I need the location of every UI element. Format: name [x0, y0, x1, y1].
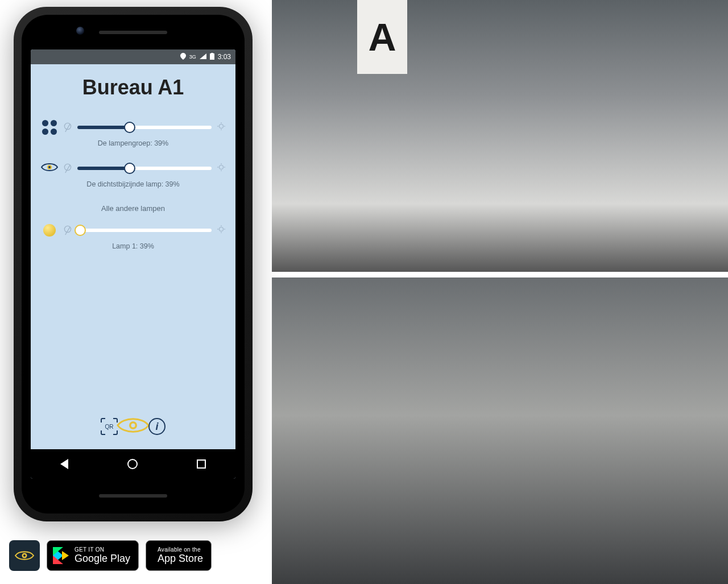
- slider-lamp1-caption: Lamp 1: 39%: [112, 242, 154, 250]
- lamp-icon: [41, 222, 58, 239]
- battery-icon: [210, 53, 214, 61]
- nav-home-icon[interactable]: [127, 459, 138, 469]
- zone-sign: A: [357, 0, 407, 74]
- info-button[interactable]: i: [145, 415, 169, 438]
- lamp-on-icon: [217, 122, 225, 132]
- nav-recent-icon[interactable]: [197, 459, 206, 469]
- app-icon: [9, 540, 40, 571]
- phone-mockup: 3G 3:03 Bureau A1: [14, 7, 253, 521]
- app-store-badge[interactable]: Available on the App Store: [146, 540, 212, 571]
- google-play-big: Google Play: [75, 553, 130, 565]
- office-photo-top: A: [272, 0, 728, 272]
- office-photo-bottom: [272, 277, 728, 584]
- slider-nearest-lamp[interactable]: [41, 160, 225, 177]
- app-store-small: Available on the: [158, 546, 203, 553]
- lamp-off-icon: [64, 122, 72, 132]
- eye-icon: [41, 160, 58, 177]
- page-title: Bureau A1: [82, 76, 184, 100]
- svg-line-19: [65, 227, 70, 235]
- google-play-badge[interactable]: GET IT ON Google Play: [47, 540, 139, 571]
- svg-point-20: [220, 227, 224, 231]
- slider-lamp-1[interactable]: [41, 222, 225, 239]
- svg-rect-1: [211, 53, 213, 54]
- slider-group-caption: De lampengroep: 39%: [98, 139, 168, 147]
- section-other-lamps: Alle andere lampen: [101, 204, 165, 213]
- network-label: 3G: [189, 54, 196, 60]
- svg-text:QR: QR: [105, 424, 114, 430]
- svg-point-29: [23, 554, 26, 557]
- svg-line-12: [65, 165, 70, 173]
- location-icon: [180, 53, 186, 61]
- slider-nearest-caption: De dichtstbijzijnde lamp: 39%: [86, 180, 179, 188]
- svg-point-13: [220, 165, 224, 169]
- android-nav-bar: [31, 449, 235, 479]
- android-status-bar: 3G 3:03: [31, 49, 235, 64]
- nav-back-icon[interactable]: [60, 459, 68, 469]
- lamp-off-icon: [64, 225, 72, 235]
- lamp-on-icon: [217, 225, 225, 235]
- clock-label: 3:03: [218, 53, 231, 61]
- signal-icon: [200, 53, 206, 61]
- phone-screen: 3G 3:03 Bureau A1: [31, 49, 235, 479]
- svg-point-10: [48, 166, 51, 168]
- svg-point-27: [131, 424, 135, 428]
- svg-rect-0: [210, 53, 214, 60]
- svg-line-3: [65, 124, 70, 132]
- google-play-small: GET IT ON: [75, 546, 130, 553]
- lamp-off-icon: [64, 163, 72, 173]
- lamp-group-icon: [41, 119, 58, 136]
- google-play-icon: [53, 547, 69, 564]
- svg-point-4: [220, 125, 224, 129]
- app-store-big: App Store: [158, 553, 203, 565]
- slider-lamp-group[interactable]: [41, 119, 225, 136]
- lamp-on-icon: [217, 163, 225, 173]
- eye-nav-button[interactable]: [121, 415, 145, 438]
